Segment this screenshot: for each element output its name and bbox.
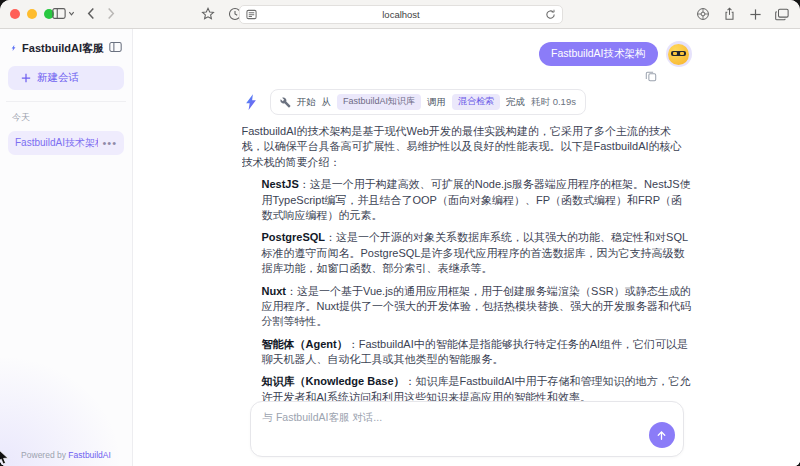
powered-by-text: Powered by (21, 450, 66, 460)
forward-button[interactable] (107, 7, 115, 20)
tab-overview-icon[interactable] (775, 8, 789, 21)
tech-term: Nuxt (262, 285, 286, 297)
section-label-today: 今天 (8, 111, 124, 131)
status-elapsed-label: 耗时 0.19s (531, 96, 576, 109)
tech-desc: ：这是一个基于Vue.js的通用应用框架，用于创建服务端渲染（SSR）或静态生成… (262, 285, 692, 328)
tech-item-nestjs: NestJS：这是一个用于构建高效、可扩展的Node.js服务器端应用程序的框架… (242, 177, 692, 223)
ai-intro-paragraph: FastbuildAI的技术架构是基于现代Web开发的最佳实践构建的，它采用了多… (242, 124, 692, 170)
share-icon[interactable] (723, 7, 736, 21)
bookmarks-star-icon[interactable] (201, 7, 215, 21)
app-title: FastbuildAI客服 (22, 41, 104, 56)
tech-item-postgresql: PostgreSQL：这是一个开源的对象关系数据库系统，以其强大的功能、稳定性和… (242, 230, 692, 276)
extensions-settings-icon[interactable] (696, 7, 710, 21)
browser-sidebar-icon[interactable] (52, 7, 75, 20)
tech-item-agent: 智能体（Agent）：FastbuildAI中的智能体是指能够执行特定任务的AI… (242, 337, 692, 368)
ai-message-body: FastbuildAI的技术架构是基于现代Web开发的最佳实践构建的，它采用了多… (242, 124, 692, 401)
close-window-button[interactable] (10, 9, 20, 19)
powered-by: Powered by FastbuildAI (8, 450, 124, 460)
tech-item-knowledge-base: 知识库（Knowledge Base）：知识库是FastbuildAI中用于存储… (242, 374, 692, 401)
user-message-bubble: FastbuildAI技术架构 (539, 42, 658, 66)
retrieval-method-badge: 混合检索 (452, 94, 500, 110)
conversation-title: FastbuildAI技术架构 (15, 136, 98, 150)
browser-chrome: localhost (0, 0, 800, 29)
user-avatar (666, 41, 692, 67)
message-actions-row (242, 70, 692, 82)
status-from-label: 从 (322, 96, 332, 109)
copy-icon[interactable] (645, 70, 657, 82)
user-message-row: FastbuildAI技术架构 (242, 41, 692, 67)
tech-term: PostgreSQL (262, 231, 326, 243)
tech-term: 知识库（Knowledge Base） (262, 375, 405, 387)
tech-term: NestJS (262, 178, 299, 190)
sidebar-header: FastbuildAI客服 (8, 37, 124, 66)
chat-input-container (250, 401, 684, 457)
tech-item-nuxt: Nuxt：这是一个基于Vue.js的通用应用框架，用于创建服务端渲染（SSR）或… (242, 284, 692, 330)
tool-call-status-pill[interactable]: 开始 从 FastbuildAI知识库 调用 混合检索 完成 耗时 0.19s (270, 89, 586, 115)
sidebar-divider (6, 101, 126, 102)
url-text: localhost (382, 9, 420, 20)
messages-list: FastbuildAI技术架构 开始 从 (242, 29, 692, 401)
ai-avatar-lightning-icon (242, 93, 260, 111)
new-conversation-label: 新建会话 (37, 71, 79, 85)
status-done-label: 完成 (506, 96, 525, 109)
ai-message-header: 开始 从 FastbuildAI知识库 调用 混合检索 完成 耗时 0.19s (242, 89, 692, 115)
back-button[interactable] (87, 7, 95, 20)
arrow-up-icon (655, 429, 668, 442)
user-avatar-emoji (668, 44, 689, 65)
wrench-icon (280, 97, 291, 108)
refresh-icon[interactable] (545, 9, 556, 20)
sidebar-collapse-icon[interactable] (109, 39, 122, 57)
browser-window: localhost FastbuildAI客服 (0, 0, 800, 466)
tech-desc: ：这是一个开源的对象关系数据库系统，以其强大的功能、稳定性和对SQL标准的遵守而… (262, 231, 689, 274)
app-logo-lightning-icon (10, 40, 17, 56)
minimize-window-button[interactable] (27, 9, 37, 19)
new-tab-plus-icon[interactable] (749, 8, 762, 21)
url-bar[interactable]: localhost (239, 5, 563, 24)
new-conversation-button[interactable]: 新建会话 (8, 66, 124, 90)
knowledge-base-badge: FastbuildAI知识库 (337, 94, 421, 110)
app-root: FastbuildAI客服 新建会话 今天 FastbuildAI技术架构 ••… (0, 29, 800, 466)
sidebar: FastbuildAI客服 新建会话 今天 FastbuildAI技术架构 ••… (0, 29, 133, 466)
conversation-item[interactable]: FastbuildAI技术架构 ••• (8, 131, 124, 155)
reader-icon[interactable] (246, 9, 257, 20)
chevron-down-icon (68, 10, 75, 17)
send-button[interactable] (649, 422, 675, 448)
status-call-label: 调用 (427, 96, 446, 109)
chat-main: FastbuildAI技术架构 开始 从 (133, 29, 800, 466)
tech-term: 智能体（Agent） (262, 338, 348, 350)
window-controls (10, 9, 54, 19)
chat-input[interactable] (251, 402, 683, 432)
status-start-label: 开始 (297, 96, 316, 109)
tech-desc: ：这是一个用于构建高效、可扩展的Node.js服务器端应用程序的框架。NestJ… (262, 178, 691, 221)
plus-icon (21, 73, 31, 83)
brand-link[interactable]: FastbuildAI (68, 450, 111, 460)
conversation-more-icon[interactable]: ••• (102, 138, 117, 149)
